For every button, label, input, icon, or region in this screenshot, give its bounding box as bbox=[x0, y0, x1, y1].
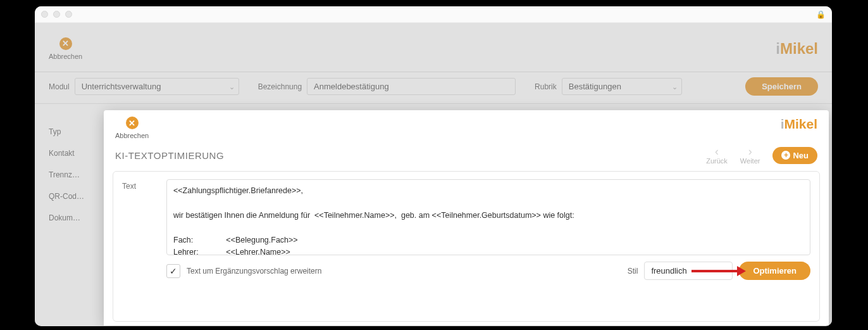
optimize-button[interactable]: Optimieren bbox=[739, 262, 810, 280]
nav-back-button[interactable]: ‹ Zurück bbox=[706, 146, 728, 165]
close-window-icon[interactable] bbox=[41, 11, 48, 18]
modal-header: KI-TEXTOPTIMIERUNG ‹ Zurück › Weiter + N… bbox=[104, 142, 829, 171]
window-controls bbox=[41, 11, 72, 18]
expand-checkbox[interactable]: ✓ Text um Ergänzungsvorschlag erweitern bbox=[122, 264, 321, 278]
lock-icon: 🔒 bbox=[816, 10, 826, 19]
nav-back-label: Zurück bbox=[706, 157, 728, 165]
new-button[interactable]: + Neu bbox=[772, 147, 817, 164]
checkbox-checked-icon: ✓ bbox=[166, 264, 180, 278]
annotation-arrow-icon bbox=[691, 267, 746, 275]
plus-icon: + bbox=[781, 151, 790, 160]
panel-footer: ✓ Text um Ergänzungsvorschlag erweitern … bbox=[122, 262, 810, 280]
close-icon: ✕ bbox=[126, 117, 139, 129]
chevron-right-icon: › bbox=[748, 146, 752, 157]
minimize-window-icon[interactable] bbox=[53, 11, 60, 18]
titlebar: 🔒 bbox=[35, 6, 832, 23]
maximize-window-icon[interactable] bbox=[65, 11, 72, 18]
modal-cancel-button[interactable]: ✕ Abbrechen bbox=[115, 117, 149, 139]
modal-head-actions: ‹ Zurück › Weiter + Neu bbox=[706, 146, 817, 165]
modal-title: KI-TEXTOPTIMIERUNG bbox=[115, 150, 224, 161]
ki-text-modal: ✕ Abbrechen iMikel KI-TEXTOPTIMIERUNG ‹ … bbox=[104, 110, 829, 326]
text-panel: Text ✓ Text um Ergänzungsvorschlag erwei… bbox=[113, 171, 820, 322]
expand-label: Text um Ergänzungsvorschlag erweitern bbox=[187, 267, 321, 276]
logo-rest: Mikel bbox=[784, 117, 817, 132]
right-controls: Stil Optimieren bbox=[628, 262, 810, 280]
chevron-left-icon: ‹ bbox=[715, 146, 719, 157]
nav-next-button[interactable]: › Weiter bbox=[740, 146, 760, 165]
modal-cancel-label: Abbrechen bbox=[115, 132, 149, 139]
text-label: Text bbox=[122, 179, 147, 255]
new-label: Neu bbox=[793, 151, 809, 160]
text-row: Text bbox=[122, 179, 810, 255]
brand-logo: iMikel bbox=[781, 117, 817, 132]
modal-toolbar: ✕ Abbrechen iMikel bbox=[104, 110, 829, 142]
nav-next-label: Weiter bbox=[740, 157, 760, 165]
text-input[interactable] bbox=[166, 179, 810, 255]
application-window: 🔒 ✕ Abbrechen iMikel Modul Unterrichtsve… bbox=[35, 6, 832, 326]
stil-label: Stil bbox=[628, 267, 638, 276]
